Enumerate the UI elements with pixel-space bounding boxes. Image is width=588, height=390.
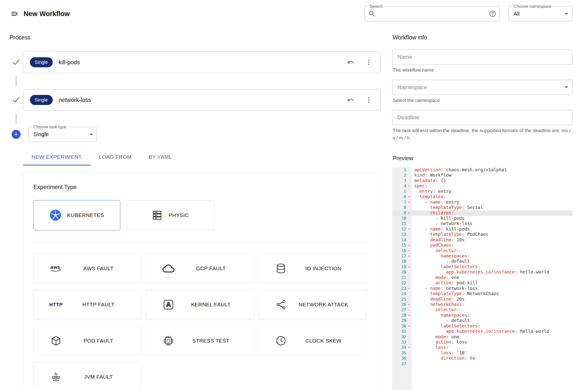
experiment-type-clock-skew[interactable]: CLOCK SKEW <box>258 326 366 356</box>
undo-task-button[interactable] <box>345 56 357 68</box>
fold-arrow-icon <box>406 297 412 302</box>
line-number: 37 <box>392 361 406 366</box>
code-line: 22 action: pod-kill <box>392 280 572 286</box>
pod-icon <box>50 335 62 346</box>
fold-arrow-icon <box>406 291 412 296</box>
yaml-preview-editor[interactable]: 1apiVersion: chaos-mesh.org/v1alpha12kin… <box>392 167 572 390</box>
platform-physic-button[interactable]: PHYSIC <box>127 200 214 230</box>
task-card-network-loss[interactable]: Singlenetwork-loss <box>23 89 381 111</box>
fold-arrow-icon[interactable]: ▾ <box>406 243 412 248</box>
line-number: 34 <box>392 345 406 350</box>
experiment-type-label: JVM FAULT <box>64 374 133 380</box>
search-label: Search <box>368 4 384 9</box>
experiment-type-jvm-fault[interactable]: JVM FAULT <box>33 362 141 390</box>
fold-arrow-icon <box>406 178 412 183</box>
platform-label: KUBERNETES <box>67 212 104 218</box>
code-line: 35 loss: '10' <box>392 350 572 356</box>
fold-arrow-icon[interactable]: ▾ <box>406 345 412 350</box>
experiment-type-gcp-fault[interactable]: GCP FAULT <box>146 254 254 283</box>
field-group-name: NameThe workflow name <box>392 49 572 74</box>
tab-new-experiment[interactable]: NEW EXPERIMENT <box>23 149 90 165</box>
fold-arrow-icon[interactable]: ▾ <box>406 194 412 199</box>
fold-arrow-icon[interactable]: ▾ <box>406 200 412 205</box>
deadline-field[interactable]: Deadline <box>392 110 572 125</box>
code-line: 26▾ networkChaos: <box>392 302 572 307</box>
experiment-type-stress-test[interactable]: STRESS TEST <box>146 326 254 356</box>
check-icon <box>12 96 20 104</box>
field-group-deadline: DeadlineThe task will end within the dea… <box>392 110 572 141</box>
task-type-select[interactable]: Choose task type Single <box>29 127 97 142</box>
line-number: 14 <box>392 237 406 243</box>
name-field[interactable]: Name <box>392 49 572 65</box>
fold-arrow-icon <box>406 259 412 264</box>
fold-arrow-icon[interactable]: ▾ <box>406 227 412 232</box>
line-number: 30 <box>392 323 406 329</box>
platform-kubernetes-button[interactable]: KUBERNETES <box>33 200 120 230</box>
task-type-select-label: Choose task type <box>32 125 68 129</box>
fold-arrow-icon[interactable]: ▾ <box>406 307 412 312</box>
check-icon <box>12 58 20 67</box>
fold-arrow-icon[interactable]: ▾ <box>406 210 412 216</box>
preview-heading: Preview <box>393 155 572 162</box>
task-name: network-loss <box>59 97 91 103</box>
help-icon[interactable] <box>489 10 496 18</box>
fold-arrow-icon[interactable]: ▾ <box>406 248 412 253</box>
line-number: 7 <box>392 200 406 205</box>
code-line: 6▾ templates: <box>392 194 572 199</box>
tab-by-yaml[interactable]: BY YAML <box>140 149 181 165</box>
search-input[interactable] <box>378 8 489 20</box>
line-number: 22 <box>392 280 406 286</box>
experiment-type-http-fault[interactable]: HTTPHTTP FAULT <box>33 290 141 319</box>
fold-arrow-icon <box>406 340 412 345</box>
task-card-kill-pods[interactable]: Singlekill-pods <box>23 51 381 73</box>
network-icon <box>275 299 286 310</box>
fold-arrow-icon[interactable]: ▾ <box>406 302 412 307</box>
line-number: 28 <box>392 313 406 318</box>
chevron-down-icon <box>565 86 568 88</box>
code-line: 1apiVersion: chaos-mesh.org/v1alpha1 <box>392 167 572 173</box>
line-number: 17 <box>392 253 406 259</box>
http-icon: HTTP <box>49 302 63 308</box>
tab-load-from[interactable]: LOAD FROM <box>90 149 140 165</box>
experiment-type-label: IO INJECTION <box>289 265 358 271</box>
search-field[interactable]: Search <box>365 6 500 21</box>
fold-arrow-icon <box>406 275 412 280</box>
field-placeholder: Name <box>397 54 568 60</box>
fold-arrow-icon[interactable]: ▾ <box>406 313 412 318</box>
fold-arrow-icon[interactable]: ▾ <box>406 253 412 259</box>
experiment-type-pod-fault[interactable]: POD FAULT <box>33 326 141 356</box>
code-line: 27▾ selector: <box>392 307 572 312</box>
java-icon <box>50 371 62 382</box>
fold-arrow-icon[interactable]: ▾ <box>406 323 412 329</box>
line-number: 29 <box>392 318 406 323</box>
task-list: Singlekill-podsSinglenetwork-loss <box>9 51 381 127</box>
fold-arrow-icon <box>406 329 412 334</box>
experiment-type-kernel-fault[interactable]: KERNEL FAULT <box>146 290 254 319</box>
fold-arrow-icon[interactable]: ▾ <box>406 183 412 189</box>
experiment-type-network-attack[interactable]: NETWORK ATTACK <box>258 290 366 319</box>
namespace-select-value: All <box>513 11 565 17</box>
code-line: 37 <box>392 361 572 366</box>
undo-task-button[interactable] <box>345 94 357 106</box>
code-line: 20 app.kubernetes.io/instance: hello-wor… <box>392 269 572 275</box>
fold-arrow-icon[interactable]: ▾ <box>406 264 412 269</box>
code-line: 8 templateType: Serial <box>392 205 572 210</box>
experiment-type-label: CLOCK SKEW <box>289 338 358 344</box>
code-line: 36 direction: to <box>392 356 572 361</box>
platform-label: PHYSIC <box>168 212 189 218</box>
database-icon <box>275 263 286 274</box>
code-line: 30▾ labelSelectors: <box>392 323 572 329</box>
experiment-type-aws-fault[interactable]: awsAWS FAULT <box>33 254 141 283</box>
line-number: 2 <box>392 173 406 178</box>
line-number: 10 <box>392 216 406 221</box>
code-line: 15▾ podChaos: <box>392 243 572 248</box>
experiment-type-io-injection[interactable]: IO INJECTION <box>258 254 366 283</box>
namespace-select[interactable]: Choose namespace All <box>509 6 572 21</box>
namespace-field[interactable]: Namespace <box>392 80 572 95</box>
add-task-button[interactable] <box>12 130 21 139</box>
menu-open-button[interactable] <box>9 8 20 19</box>
line-number: 8 <box>392 205 406 210</box>
fold-arrow-icon[interactable]: ▾ <box>406 286 412 291</box>
task-menu-button[interactable] <box>363 94 375 106</box>
task-menu-button[interactable] <box>363 56 375 68</box>
